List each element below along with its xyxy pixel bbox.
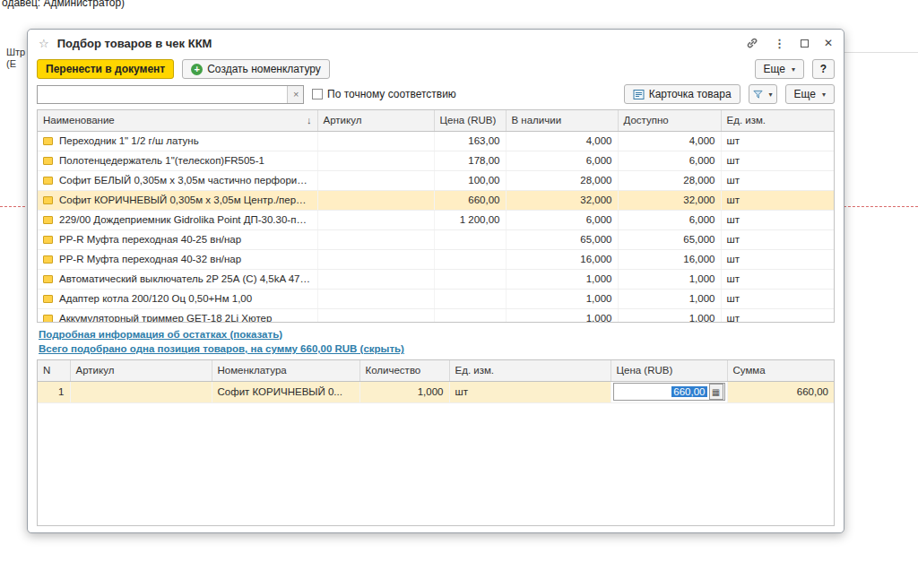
selection-sum-cell: 660,00 <box>727 381 834 402</box>
nomenclature-item-icon <box>43 216 53 224</box>
product-stock-cell: 65,000 <box>506 229 618 249</box>
window-title: Подбор товаров в чек ККМ <box>57 37 212 50</box>
nomenclature-item-icon <box>43 157 53 165</box>
close-icon[interactable]: ✕ <box>824 37 833 49</box>
product-available-cell: 65,000 <box>618 229 721 249</box>
column-header-stock[interactable]: В наличии <box>506 110 618 131</box>
dialog-toolbar: Перенести в документ + Создать номенклат… <box>28 56 844 83</box>
product-name-cell: PP-R Муфта переходная 40-25 вн/нар <box>38 229 317 249</box>
product-available-cell: 32,000 <box>618 190 721 210</box>
nomenclature-item-icon <box>43 177 53 185</box>
products-header-row: Наименование↓ Артикул Цена (RUB) В налич… <box>38 110 834 131</box>
product-row[interactable]: Автоматический выключатель 2P 25А (С) 4,… <box>38 269 834 289</box>
favorite-star-icon[interactable]: ☆ <box>39 37 49 50</box>
price-input-selected-text[interactable]: 660,00 <box>671 386 706 397</box>
filter-button[interactable]: ▾ <box>749 84 777 104</box>
price-edit-cell[interactable]: 660,00▦ <box>611 381 727 402</box>
nomenclature-item-icon <box>43 275 53 283</box>
product-name-cell: Адаптер котла 200/120 Оц 0,50+Нм 1,00 <box>38 289 317 308</box>
product-available-cell: 6,000 <box>618 151 721 170</box>
product-row[interactable]: PP-R Муфта переходная 40-25 вн/нар65,000… <box>38 229 834 249</box>
more-menu-icon[interactable]: ⋮ <box>774 37 785 50</box>
product-price-cell: 660,00 <box>434 190 506 210</box>
product-available-cell: 16,000 <box>618 249 721 269</box>
product-row[interactable]: Переходник 1" 1/2 г/ш латунь163,004,0004… <box>38 131 834 151</box>
column-header-article[interactable]: Артикул <box>70 360 212 381</box>
checkbox-label: По точному соответствию <box>327 88 456 100</box>
product-available-cell: 28,000 <box>618 170 721 190</box>
column-header-unit[interactable]: Ед. изм. <box>449 360 611 381</box>
column-header-available[interactable]: Доступно <box>618 110 721 131</box>
product-article-cell <box>317 131 434 151</box>
product-stock-cell: 1,000 <box>506 269 618 289</box>
help-button[interactable]: ? <box>812 59 835 79</box>
product-selection-dialog: ☆ Подбор товаров в чек ККМ ⋮ ✕ Перенести… <box>27 29 844 533</box>
stock-details-link[interactable]: Подробная информация об остатках (показа… <box>39 329 282 340</box>
product-available-cell: 1,000 <box>618 269 721 289</box>
sort-desc-icon: ↓ <box>307 115 312 125</box>
column-header-price[interactable]: Цена (RUB) <box>434 110 506 131</box>
product-unit-cell: шт <box>721 210 834 229</box>
product-card-button[interactable]: Карточка товара <box>624 84 740 104</box>
product-available-cell: 4,000 <box>618 131 721 151</box>
product-available-cell: 6,000 <box>618 210 721 229</box>
product-row[interactable]: Адаптер котла 200/120 Оц 0,50+Нм 1,001,0… <box>38 289 834 308</box>
transfer-to-document-button[interactable]: Перенести в документ <box>37 59 174 79</box>
product-row[interactable]: Аккумуляторный триммер GET-18 2Li Хютер1… <box>38 308 834 323</box>
toolbar-more-button[interactable]: Еще▾ <box>755 59 804 79</box>
row-number-cell: 1 <box>38 381 70 402</box>
product-article-cell <box>317 229 434 249</box>
search-input[interactable] <box>38 86 287 103</box>
product-article-cell <box>317 269 434 289</box>
product-row[interactable]: Софит БЕЛЫЙ 0,305м х 3,05м частично перф… <box>38 170 834 190</box>
nomenclature-item-icon <box>43 255 53 264</box>
create-nomenclature-button[interactable]: + Создать номенклатуру <box>182 59 330 79</box>
product-name-cell: Софит КОРИЧНЕВЫЙ 0,305м х 3,05м Центр./п… <box>38 190 317 210</box>
create-nomenclature-label: Создать номенклатуру <box>207 63 321 75</box>
product-row[interactable]: PP-R Муфта переходная 40-32 вн/нар16,000… <box>38 249 834 269</box>
plus-icon: + <box>191 64 203 75</box>
product-stock-cell: 1,000 <box>506 289 618 308</box>
calculator-icon[interactable]: ▦ <box>709 384 723 400</box>
selection-article-cell <box>70 381 212 402</box>
column-header-name[interactable]: Наименование↓ <box>38 110 317 131</box>
selection-name-cell: Софит КОРИЧНЕВЫЙ 0... <box>212 381 359 402</box>
product-available-cell: 1,000 <box>618 289 721 308</box>
selection-row[interactable]: 1Софит КОРИЧНЕВЫЙ 0...1,000шт660,00▦660,… <box>38 381 834 402</box>
dialog-titlebar: ☆ Подбор товаров в чек ККМ ⋮ ✕ <box>28 30 844 56</box>
search-more-button[interactable]: Еще▾ <box>785 84 835 104</box>
column-header-article[interactable]: Артикул <box>317 110 434 131</box>
product-row[interactable]: 229/00 Дождеприемник Gidrolika Point ДП-… <box>38 210 834 229</box>
product-unit-cell: шт <box>721 170 834 190</box>
clear-search-icon[interactable]: × <box>287 86 303 103</box>
nomenclature-item-icon <box>43 137 53 145</box>
column-header-nomenclature[interactable]: Номенклатура <box>212 360 359 381</box>
product-stock-cell: 4,000 <box>506 131 618 151</box>
product-price-cell <box>434 249 506 269</box>
background-text-fragment: одавец: Администратор) <box>2 0 125 9</box>
column-header-unit[interactable]: Ед. изм. <box>721 110 834 131</box>
product-row[interactable]: Софит КОРИЧНЕВЫЙ 0,305м х 3,05м Центр./п… <box>38 190 834 210</box>
product-name: Переходник 1" 1/2 г/ш латунь <box>59 135 199 146</box>
column-header-price[interactable]: Цена (RUB) <box>611 360 727 381</box>
product-price-cell: 163,00 <box>434 131 506 151</box>
column-header-n[interactable]: N <box>38 360 70 381</box>
background-text-fragment: Штр <box>6 47 25 57</box>
product-row[interactable]: Полотенцедержатель 1"(телескоп)FR505-117… <box>38 151 834 170</box>
product-unit-cell: шт <box>721 289 834 308</box>
exact-match-checkbox[interactable]: По точному соответствию <box>312 88 456 100</box>
selection-summary-link[interactable]: Всего подобрано одна позиция товаров, на… <box>39 343 404 354</box>
product-unit-cell: шт <box>721 229 834 249</box>
checkbox-box[interactable] <box>312 89 323 99</box>
product-name: Полотенцедержатель 1"(телескоп)FR505-1 <box>59 155 264 166</box>
selection-header-row: N Артикул Номенклатура Количество Ед. из… <box>38 360 834 381</box>
selection-unit-cell: шт <box>449 381 611 402</box>
product-stock-cell: 28,000 <box>506 170 618 190</box>
product-card-label: Карточка товара <box>649 88 732 100</box>
maximize-icon[interactable] <box>801 39 809 48</box>
column-header-sum[interactable]: Сумма <box>727 360 834 381</box>
get-link-icon[interactable] <box>746 37 758 49</box>
column-header-quantity[interactable]: Количество <box>359 360 449 381</box>
background-text-fragment: (Е <box>6 58 16 69</box>
product-stock-cell: 16,000 <box>506 249 618 269</box>
